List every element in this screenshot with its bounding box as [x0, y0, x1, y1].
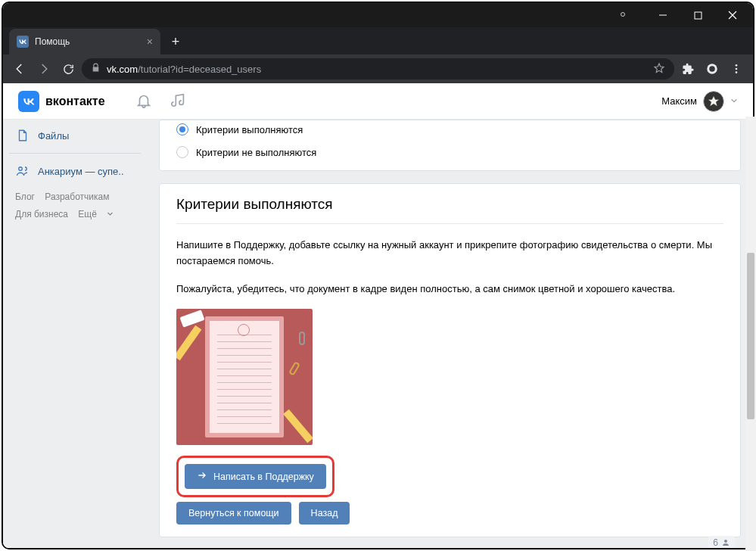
lock-icon [91, 63, 101, 75]
views-counter: 6 [708, 536, 735, 549]
minimize-button[interactable] [646, 3, 680, 27]
back-button[interactable] [9, 58, 30, 79]
footer-more[interactable]: Ещё [78, 209, 114, 219]
svg-rect-1 [695, 12, 702, 19]
notifications-icon[interactable] [135, 92, 152, 111]
vk-logo[interactable]: вконтакте [18, 91, 105, 112]
vk-header: вконтакте Максим [3, 83, 753, 120]
group-icon [15, 164, 30, 178]
section-title: Критерии выполняются [176, 196, 723, 224]
footer-blog[interactable]: Блог [15, 191, 35, 202]
scrollbar[interactable] [745, 117, 754, 549]
svg-point-5 [709, 66, 715, 72]
chevron-down-icon [730, 97, 738, 106]
user-menu[interactable]: Максим [661, 91, 738, 112]
radio-unchecked-icon [176, 146, 188, 158]
sidebar: Файлы Анкариум — супе.. Блог Разработчик… [3, 120, 147, 549]
browser-tabbar: Помощь × + [3, 27, 753, 54]
radio-option-criteria-not-met[interactable]: Критерии не выполняются [176, 143, 723, 158]
tab-title: Помощь [35, 36, 70, 47]
svg-point-7 [736, 68, 738, 70]
new-tab-button[interactable]: + [165, 31, 186, 52]
sidebar-item-files[interactable]: Файлы [9, 124, 141, 147]
close-window-button[interactable] [715, 3, 750, 27]
vk-brand-text: вконтакте [45, 95, 105, 108]
svg-marker-9 [708, 96, 719, 106]
bookmark-icon[interactable] [653, 62, 665, 76]
address-bar[interactable]: vk.com/tutorial?id=deceased_users [82, 58, 674, 79]
button-label: Вернуться к помощи [188, 508, 279, 518]
close-tab-icon[interactable]: × [147, 36, 153, 48]
username: Максим [661, 95, 697, 107]
document-example-image [176, 309, 313, 445]
footer-devs[interactable]: Разработчикам [45, 191, 109, 202]
back-button-page[interactable]: Назад [299, 502, 350, 525]
radio-card: Критерии выполняются Критерии не выполня… [159, 120, 741, 171]
highlight-annotation: Написать в Поддержку [176, 456, 334, 497]
url-domain: vk.com [107, 64, 138, 75]
sidebar-item-label: Анкариум — супе.. [38, 166, 124, 177]
extension-item-icon[interactable] [702, 58, 723, 79]
browser-tab[interactable]: Помощь × [9, 29, 160, 54]
file-icon [15, 129, 30, 142]
url-path: /tutorial?id=deceased_users [138, 64, 261, 75]
scrollbar-thumb[interactable] [747, 253, 754, 419]
sidebar-item-ankarium[interactable]: Анкариум — супе.. [9, 160, 141, 182]
avatar [703, 91, 724, 112]
paragraph-1: Напишите в Поддержку, добавьте ссылку на… [176, 238, 723, 269]
footer-business[interactable]: Для бизнеса [15, 209, 68, 219]
svg-point-8 [736, 71, 738, 73]
browser-menu-icon[interactable] [726, 58, 747, 79]
vk-favicon [17, 36, 29, 48]
sidebar-separator [9, 153, 141, 154]
incognito-indicator [621, 12, 625, 17]
main-content: Критерии выполняются Критерии не выполня… [147, 120, 753, 549]
radio-checked-icon [176, 123, 188, 135]
browser-toolbar: vk.com/tutorial?id=deceased_users [3, 54, 753, 83]
radio-label: Критерии не выполняются [196, 147, 316, 158]
content-card: Критерии выполняются Напишите в Поддержк… [159, 183, 741, 537]
maximize-button[interactable] [680, 3, 715, 27]
svg-point-6 [736, 64, 738, 67]
back-to-help-button[interactable]: Вернуться к помощи [176, 502, 291, 525]
button-label: Назад [311, 508, 338, 518]
arrow-right-icon [197, 470, 207, 483]
music-icon[interactable] [170, 92, 187, 111]
window-titlebar [3, 3, 753, 27]
reload-button[interactable] [58, 58, 79, 79]
radio-option-criteria-met[interactable]: Критерии выполняются [176, 120, 723, 143]
radio-label: Критерии выполняются [196, 124, 303, 135]
button-label: Написать в Поддержку [213, 472, 314, 482]
paragraph-2: Пожалуйста, убедитесь, что документ в ка… [176, 282, 723, 297]
sidebar-footer: Блог Разработчикам Для бизнеса Ещё [9, 182, 141, 229]
sidebar-item-label: Файлы [38, 130, 69, 142]
extensions-icon[interactable] [677, 58, 698, 79]
person-icon [721, 538, 730, 547]
write-support-button[interactable]: Написать в Поддержку [185, 464, 326, 489]
forward-button[interactable] [33, 58, 54, 79]
